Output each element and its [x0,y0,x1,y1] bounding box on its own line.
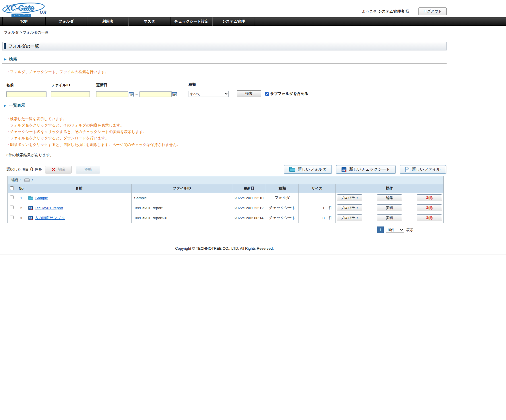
row-updated: 2022/12/01 23:10 [232,193,266,203]
checksheet-icon: XC [342,167,346,172]
row-checkbox[interactable] [10,206,14,209]
row-name-cell: XC 入力画面サンプル [26,213,132,223]
select-all-cell [8,184,16,193]
calendar-icon-button[interactable] [172,92,177,97]
nav-item-checksheet-settings[interactable]: チェックシート設定 [170,17,213,26]
col-header-actions: 操作 [336,184,444,193]
name-label: 名前 [6,83,46,88]
table-row: 1 Sample Sample 2022/12/01 23:10 フォルダ プロ… [8,193,444,203]
date-to-input[interactable] [139,91,172,97]
logout-button[interactable]: ログアウト [418,7,447,15]
help-line: ・ファイル名をクリックすると、ダウンロードを行います。 [6,135,447,141]
subfolder-checkbox[interactable] [265,92,269,96]
row-size-cell [299,193,336,203]
select-all-checkbox[interactable] [10,186,14,190]
title-accent-bar [4,43,6,49]
header-right: ようこそ システム管理者 様 ログアウト [362,7,447,15]
file-id-label: ファイルID [51,83,90,88]
delete-button[interactable]: 削除 [417,194,442,201]
property-button[interactable]: プロパティ [337,194,362,201]
subfolder-label: サブフォルダを含める [270,91,309,96]
row-file-id: Sample [132,193,232,203]
table-row: 2 XC TecDev01_report TecDev01_report 202… [8,203,444,213]
bulk-move-button[interactable]: 移動 [76,166,100,173]
search-section-header[interactable]: ▶ 検索 [2,55,447,64]
results-button[interactable]: 実績 [377,204,402,211]
folder-table: 場所： / No 名前 ファイルID 更新日 種類 サイズ 操作 1 Sampl… [7,176,444,223]
list-section-header[interactable]: ▶ 一覧表示 [2,101,447,110]
col-header-no: No [16,184,26,193]
col-header-type[interactable]: 種類 [266,184,299,193]
nav-item-system-admin[interactable]: システム管理 [213,17,254,26]
row-file-id: TecDev01_report [132,203,232,213]
col-header-updated[interactable]: 更新日 [232,184,266,193]
type-field: 種類 すべて [189,82,229,97]
help-line: ・検索した一覧を表示しています。 [6,116,447,122]
col-header-size: サイズ [299,184,336,193]
row-type: チェックシート [266,203,299,213]
row-size-unit: 件 [329,215,332,220]
calendar-icon [172,92,177,97]
search-help-text: ・フォルダ、チェックシート、ファイルの検索を行います。 [6,69,447,75]
breadcrumb: フォルダ > フォルダの一覧 [4,30,447,35]
row-actions-cell: プロパティ 実績 削除 [336,203,444,213]
row-name-link[interactable]: TecDev01_report [35,206,63,210]
per-page-select[interactable]: 10件 [386,227,404,233]
date-from-input[interactable] [96,91,128,97]
bulk-action-row: 選択した項目 0 件を 削除 移動 新しいフォルダ XC 新しいチェックシート … [6,165,446,174]
edit-button[interactable]: 編集 [377,194,402,201]
bottom-divider [0,255,506,255]
row-checkbox-cell [8,203,16,213]
calendar-icon-button[interactable] [129,92,134,97]
nav-item-users[interactable]: 利用者 [87,17,129,26]
row-name-cell: XC TecDev01_report [26,203,132,213]
nav-item-top[interactable]: TOP [2,17,45,26]
row-name-link[interactable]: Sample [35,196,48,200]
col-header-file-id[interactable]: ファイルID [132,184,232,193]
file-id-field: ファイルID [51,83,90,97]
copyright-text: Copyright © TECHNOTREE CO., LTD. All Rig… [175,246,274,251]
page-title: フォルダの一覧 [8,44,39,49]
page-title-bar: フォルダの一覧 [2,42,447,50]
new-file-button[interactable]: 新しいファイル [400,165,446,174]
nav-item-folder[interactable]: フォルダ [45,17,87,26]
breadcrumb-folder[interactable]: フォルダ [4,30,19,34]
checksheet-icon: XC [28,216,33,220]
welcome-suffix: 様 [406,9,409,13]
results-button[interactable]: 実績 [377,214,402,221]
calendar-icon [129,92,133,97]
type-select[interactable]: すべて [189,91,229,97]
property-button[interactable]: プロパティ [337,204,362,211]
row-size-value: 1 [323,206,325,210]
bulk-delete-button[interactable]: 削除 [45,166,71,173]
row-size-cell: 1 件 [299,203,336,213]
delete-button[interactable]: 削除 [417,214,442,221]
main-nav: TOP フォルダ 利用者 マスタ チェックシート設定 システム管理 [0,17,506,26]
nav-item-master[interactable]: マスタ [129,17,170,26]
checksheet-icon: XC [28,206,33,210]
pagination: 1 10件 表示 [2,226,443,233]
row-checkbox[interactable] [10,196,14,199]
row-updated: 2022/12/02 00:14 [232,213,266,223]
table-row: 3 XC 入力画面サンプル TecDev01_report-01 2022/12… [8,213,444,223]
row-name-link[interactable]: 入力画面サンプル [35,215,65,220]
new-checksheet-button[interactable]: XC 新しいチェックシート [336,165,396,174]
name-input[interactable] [6,91,46,97]
row-size-unit: 件 [329,205,332,210]
row-actions-cell: プロパティ 実績 削除 [336,213,444,223]
search-button[interactable]: 検索 [237,90,261,97]
drive-icon[interactable] [24,178,30,182]
create-buttons: 新しいフォルダ XC 新しいチェックシート 新しいファイル [284,165,446,174]
row-size-cell: 0 件 [299,213,336,223]
property-button[interactable]: プロパティ [337,214,362,221]
xc-gate-logo[interactable]: XC-Gate V3 エクシーゲート [2,2,60,17]
col-header-name[interactable]: 名前 [26,184,132,193]
row-type: フォルダ [266,193,299,203]
new-folder-button[interactable]: 新しいフォルダ [284,165,332,174]
file-id-input[interactable] [51,91,90,97]
file-icon [405,167,409,172]
delete-button[interactable]: 削除 [417,204,442,211]
row-checkbox[interactable] [10,216,14,219]
updated-date-label: 更新日 [96,83,177,88]
page-number-button[interactable]: 1 [377,226,384,233]
